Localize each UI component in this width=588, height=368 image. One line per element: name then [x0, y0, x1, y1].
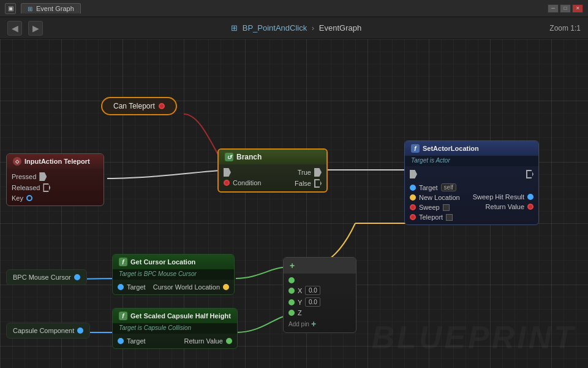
tab-label: Event Graph: [36, 5, 74, 12]
set-actor-target-row: Target self: [410, 183, 460, 191]
teleport-checkbox[interactable]: [446, 214, 453, 221]
capsule-return-pin[interactable]: [226, 338, 232, 344]
new-location-pin[interactable]: [410, 194, 416, 201]
cursor-target-pin[interactable]: [118, 284, 124, 290]
return-label: Return Value: [486, 203, 524, 210]
breadcrumb-project[interactable]: BP_PointAndClick: [243, 23, 307, 33]
titlebar: ▣ ⊞ Event Graph ─ □ ✕: [0, 0, 588, 17]
bp-icon: ⊞: [231, 23, 238, 33]
released-label: Released: [12, 184, 40, 191]
capsule-return-row: Return Value: [184, 337, 232, 345]
set-actor-title: SetActorLocation: [423, 145, 479, 152]
vector-y-row: Y 0.0: [288, 297, 351, 307]
branch-node[interactable]: ↺ Branch Condition True False: [217, 148, 328, 193]
bpc-label: BPC Mouse Cursor: [13, 274, 71, 281]
sweep-hit-pin[interactable]: [527, 194, 533, 200]
get-scaled-capsule-node[interactable]: f Get Scaled Capsule Half Height Target …: [112, 308, 238, 349]
can-teleport-out-pin[interactable]: [159, 103, 165, 109]
pressed-exec-pin[interactable]: [39, 172, 47, 181]
branch-false-row: False: [295, 179, 322, 188]
set-actor-sweepit-row: Sweep Hit Result: [473, 193, 533, 201]
vector-y-pin[interactable]: [288, 299, 295, 305]
branch-condition-row: Condition: [224, 179, 261, 186]
cursor-output-label: Cursor World Location: [153, 283, 220, 291]
vector-z-pin[interactable]: [288, 310, 295, 316]
x-value[interactable]: 0.0: [305, 286, 320, 295]
capsule-comp-out-pin[interactable]: [77, 328, 83, 334]
cursor-output-pin[interactable]: [223, 284, 229, 290]
make-vector-header: +: [284, 258, 356, 274]
blueprint-watermark: BLUEPRINT: [371, 319, 576, 356]
set-actor-f-icon: f: [411, 144, 420, 153]
set-actor-exec-out-pin[interactable]: [526, 170, 533, 178]
back-button[interactable]: ◀: [7, 21, 22, 36]
set-actor-exec-in-pin[interactable]: [410, 170, 417, 178]
set-actor-teleport-row: Teleport: [410, 213, 460, 221]
breadcrumb: ⊞ BP_PointAndClick › EventGraph: [49, 23, 543, 33]
input-action-node[interactable]: ◇ InputAction Teleport Pressed Released …: [6, 153, 104, 206]
target-pin[interactable]: [410, 185, 416, 191]
condition-label: Condition: [233, 179, 261, 186]
blueprint-canvas[interactable]: Can Teleport ◇ InputAction Teleport Pres…: [0, 39, 588, 368]
vector-z-row: Z: [288, 309, 351, 316]
vector-x-pin[interactable]: [288, 288, 295, 294]
return-value-pin[interactable]: [527, 204, 533, 210]
teleport-pin[interactable]: [410, 214, 416, 220]
event-icon: ◇: [13, 157, 21, 166]
can-teleport-node[interactable]: Can Teleport: [101, 97, 177, 115]
maximize-button[interactable]: □: [560, 4, 571, 13]
set-actor-sweep-row: Sweep: [410, 204, 460, 211]
minimize-button[interactable]: ─: [548, 4, 559, 13]
teleport-label: Teleport: [419, 213, 443, 221]
cursor-target-row: Target: [118, 283, 146, 291]
vector-in-top-pin[interactable]: [288, 277, 295, 283]
make-vector-node[interactable]: + X 0.0 Y 0.0 Z Add pin +: [283, 257, 356, 333]
get-cursor-location-node[interactable]: f Get Cursor Location Target is BPC Mous…: [112, 254, 235, 295]
add-pin-plus-icon[interactable]: +: [311, 319, 316, 329]
set-actor-return-row: Return Value: [473, 203, 533, 210]
branch-exec-in: [224, 168, 261, 177]
y-value[interactable]: 0.0: [305, 297, 320, 307]
new-location-label: New Location: [419, 194, 460, 201]
forward-button[interactable]: ▶: [28, 21, 43, 36]
add-pin-label: Add pin: [288, 321, 309, 328]
capsule-target-pin[interactable]: [118, 338, 124, 344]
event-graph-tab[interactable]: ⊞ Event Graph: [21, 3, 81, 13]
cursor-title: Get Cursor Location: [130, 258, 195, 266]
self-tag: self: [441, 183, 457, 191]
close-button[interactable]: ✕: [572, 4, 583, 13]
condition-pin[interactable]: [224, 180, 230, 186]
true-label: True: [298, 169, 311, 176]
false-exec-pin[interactable]: [314, 179, 322, 188]
branch-title: Branch: [236, 153, 262, 161]
released-exec-pin[interactable]: [43, 183, 50, 192]
x-label: X: [298, 287, 302, 294]
capsule-component-node[interactable]: Capsule Component: [6, 323, 90, 339]
breadcrumb-sep: ›: [312, 23, 314, 33]
sweep-checkbox[interactable]: [443, 204, 450, 211]
cursor-subtitle: Target is BPC Mouse Cursor: [113, 269, 234, 280]
bpc-mouse-cursor-node[interactable]: BPC Mouse Cursor: [6, 269, 87, 285]
branch-true-row: True: [295, 168, 322, 177]
add-pin-row[interactable]: Add pin +: [288, 319, 351, 329]
branch-exec-in-pin[interactable]: [224, 168, 231, 177]
capsule-f-icon: f: [119, 312, 127, 320]
z-label: Z: [298, 309, 302, 316]
capsule-subtitle: Target is Capsule Collision: [113, 323, 237, 334]
capsule-title: Get Scaled Capsule Half Height: [130, 312, 231, 320]
cursor-f-icon: f: [119, 258, 127, 266]
sweep-hit-label: Sweep Hit Result: [473, 193, 524, 201]
key-pin[interactable]: [26, 195, 32, 201]
bpc-out-pin[interactable]: [74, 274, 80, 280]
set-actor-exec-in: [410, 170, 460, 178]
key-label: Key: [12, 194, 23, 202]
capsule-comp-label: Capsule Component: [13, 327, 74, 334]
sweep-label: Sweep: [419, 204, 440, 211]
released-pin-row: Released: [12, 183, 99, 192]
sweep-pin[interactable]: [410, 204, 416, 210]
true-exec-pin[interactable]: [314, 168, 322, 177]
window-controls: ─ □ ✕: [548, 4, 583, 13]
cursor-target-label: Target: [127, 283, 146, 291]
set-actor-location-node[interactable]: f SetActorLocation Target is Actor Targe…: [404, 140, 539, 225]
capsule-return-label: Return Value: [184, 337, 222, 345]
